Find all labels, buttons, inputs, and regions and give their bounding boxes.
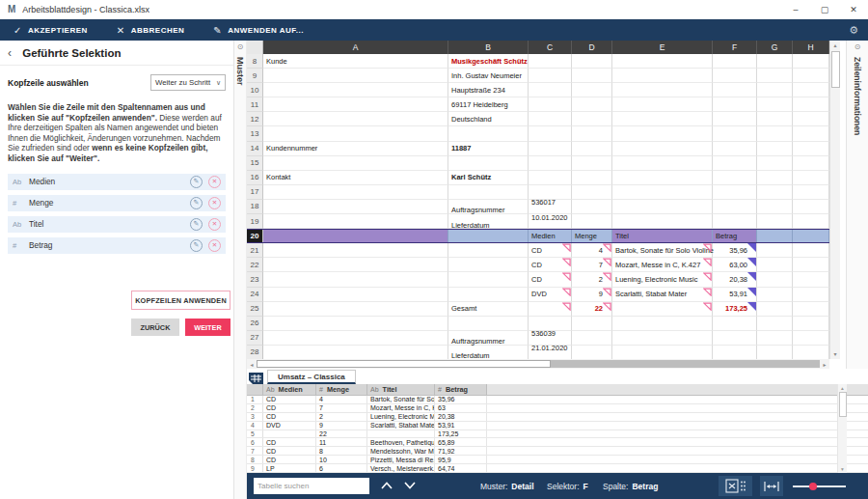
selected-trap-marker-icon[interactable] bbox=[747, 302, 756, 311]
table-row-5[interactable]: 522173,25 bbox=[247, 430, 868, 439]
close-button[interactable]: ✕ bbox=[839, 0, 868, 18]
trap-marker-icon[interactable] bbox=[603, 272, 611, 281]
table-row-7[interactable]: 7CD8Mendelssohn, War M...71,92 bbox=[247, 447, 868, 456]
gear-icon[interactable]: ⚙ bbox=[849, 24, 858, 37]
back-chevron-icon[interactable]: ‹ bbox=[8, 46, 12, 60]
trap-marker-icon[interactable] bbox=[703, 302, 712, 311]
column-header-H[interactable]: H bbox=[793, 41, 829, 54]
column-header-F[interactable]: F bbox=[713, 41, 757, 54]
grid-row-8[interactable]: 8KundeMusikgeschäft Schütz bbox=[247, 54, 829, 69]
table-row-4[interactable]: 4DVD9Scarlatti, Stabat Mater53,91 bbox=[247, 422, 868, 430]
scroll-down-icon[interactable]: ▾ bbox=[841, 465, 844, 473]
table-row-3[interactable]: 3CD2Luening, Electronic M...20,38 bbox=[247, 413, 868, 422]
grid-row-22[interactable]: 22CD7Mozart, Messe in C, K.42763,00 bbox=[247, 258, 829, 272]
selected-trap-marker-icon[interactable] bbox=[747, 288, 756, 296]
maximize-button[interactable]: ▢ bbox=[810, 0, 839, 18]
tab-muster[interactable]: Muster bbox=[235, 57, 245, 86]
row-header-27[interactable]: 27 bbox=[247, 331, 263, 346]
apply-headers-button[interactable]: KOPFZEILEN ANWENDEN bbox=[131, 291, 231, 310]
hscroll-thumb[interactable] bbox=[257, 360, 551, 368]
accept-button[interactable]: ✓ AKZEPTIEREN bbox=[14, 25, 88, 36]
tab-umsatz-classica[interactable]: Umsatz – Classica bbox=[267, 370, 356, 384]
grid-row-19[interactable]: 19Lieferdatum10.01.2020 bbox=[247, 214, 829, 229]
column-header-D[interactable]: D bbox=[572, 41, 612, 54]
selected-trap-marker-icon[interactable] bbox=[747, 272, 756, 281]
row-header-16[interactable]: 16 bbox=[247, 171, 263, 185]
scroll-up-icon[interactable]: ▴ bbox=[833, 41, 836, 50]
row-header-12[interactable]: 12 bbox=[247, 112, 263, 126]
table-vscroll-thumb[interactable] bbox=[839, 392, 847, 417]
zoom-slider-knob[interactable] bbox=[809, 483, 817, 490]
grid-row-23[interactable]: 23CD2Luening, Electronic Music20,38 bbox=[247, 272, 829, 287]
table-row-1[interactable]: 1CD4Bartok, Sonate für So...35,96 bbox=[247, 396, 868, 404]
edit-icon[interactable]: ✎ bbox=[190, 197, 203, 209]
trap-marker-icon[interactable] bbox=[603, 302, 611, 311]
grid-row-25[interactable]: 25Gesamt22173,25 bbox=[247, 302, 829, 317]
step-dropdown[interactable]: Weiter zu Schritt ∨ bbox=[150, 74, 226, 91]
minimize-button[interactable]: – bbox=[781, 0, 810, 18]
row-header-19[interactable]: 19 bbox=[247, 214, 263, 229]
trap-marker-icon[interactable] bbox=[562, 288, 571, 296]
field-item-medien[interactable]: AbMedien✎✕ bbox=[8, 174, 226, 190]
vscroll-thumb[interactable] bbox=[831, 51, 840, 88]
vertical-scrollbar[interactable]: ▴ ▾ bbox=[829, 41, 840, 359]
column-header-G[interactable]: G bbox=[757, 41, 793, 54]
row-header-18[interactable]: 18 bbox=[247, 200, 263, 214]
row-header-21[interactable]: 21 bbox=[247, 243, 263, 258]
row-header-13[interactable]: 13 bbox=[247, 126, 263, 141]
grid-row-15[interactable]: 15 bbox=[247, 156, 829, 171]
field-item-betrag[interactable]: #Betrag✎✕ bbox=[8, 237, 226, 254]
scroll-up-icon[interactable]: ▴ bbox=[841, 384, 844, 392]
row-header-20[interactable]: 20 bbox=[247, 230, 263, 242]
pin-icon[interactable]: ⊙ bbox=[237, 42, 244, 51]
row-header-26[interactable]: 26 bbox=[247, 317, 263, 331]
trap-marker-icon[interactable] bbox=[603, 258, 611, 266]
grid-row-28[interactable]: 28Lieferdatum21.01.2020 bbox=[247, 346, 829, 359]
pin-icon[interactable]: ⊙ bbox=[854, 42, 861, 51]
table-row-2[interactable]: 2CD7Mozart, Messe in C, K...63 bbox=[247, 404, 868, 413]
grid-row-13[interactable]: 13 bbox=[247, 126, 829, 141]
selected-trap-marker-icon[interactable] bbox=[747, 258, 756, 266]
row-header-10[interactable]: 10 bbox=[247, 83, 263, 97]
tab-zeileninformationen[interactable]: Zeileninformationen bbox=[853, 57, 862, 135]
table-vertical-scrollbar[interactable]: ▴ ▾ bbox=[837, 384, 847, 473]
grid-row-16[interactable]: 16KontaktKarl Schütz bbox=[247, 171, 829, 185]
trap-marker-icon[interactable] bbox=[703, 258, 712, 266]
remove-icon[interactable]: ✕ bbox=[208, 239, 221, 252]
trap-marker-icon[interactable] bbox=[562, 243, 571, 252]
zoom-slider[interactable] bbox=[793, 473, 846, 499]
field-item-titel[interactable]: AbTitel✎✕ bbox=[8, 216, 226, 233]
horizontal-scrollbar[interactable]: ◂ ▸ bbox=[247, 359, 829, 369]
trap-marker-icon[interactable] bbox=[703, 272, 712, 281]
trap-marker-icon[interactable] bbox=[603, 243, 611, 252]
column-header-B[interactable]: B bbox=[448, 41, 529, 54]
table-row-9[interactable]: 9LP6Versch., Meisterwerk...64,74 bbox=[247, 464, 868, 473]
grid-row-9[interactable]: 9Inh. Gustav Neumeier bbox=[247, 69, 829, 83]
table-header-medien[interactable]: AbMedien bbox=[263, 384, 316, 395]
edit-icon[interactable]: ✎ bbox=[190, 218, 203, 231]
row-header-22[interactable]: 22 bbox=[247, 258, 263, 272]
grid-row-24[interactable]: 24DVD9Scarlatti, Stabat Mater53,91 bbox=[247, 288, 829, 302]
row-header-24[interactable]: 24 bbox=[247, 288, 263, 302]
row-header-28[interactable]: 28 bbox=[247, 346, 263, 359]
trap-marker-icon[interactable] bbox=[703, 288, 712, 296]
grid-row-20[interactable]: 20MedienMengeTitelBetrag bbox=[247, 229, 829, 243]
table-search-input[interactable] bbox=[254, 482, 367, 490]
back-button[interactable]: ZURÜCK bbox=[131, 319, 179, 336]
export-excel-button[interactable] bbox=[719, 476, 752, 496]
table-header-titel[interactable]: AbTitel bbox=[367, 384, 435, 395]
trap-marker-icon[interactable] bbox=[603, 288, 611, 296]
row-header-17[interactable]: 17 bbox=[247, 185, 263, 200]
cancel-button[interactable]: ✕ ABBRECHEN bbox=[117, 25, 185, 36]
table-header-betrag[interactable]: #Betrag bbox=[435, 384, 487, 395]
column-header-C[interactable]: C bbox=[529, 41, 572, 54]
table-row-8[interactable]: 8CD10Pizzetti, Messa di Re...95,9 bbox=[247, 456, 868, 464]
remove-icon[interactable]: ✕ bbox=[208, 218, 221, 231]
next-button[interactable]: WEITER bbox=[185, 319, 231, 336]
row-header-15[interactable]: 15 bbox=[247, 156, 263, 171]
row-header-9[interactable]: 9 bbox=[247, 69, 263, 83]
row-header-25[interactable]: 25 bbox=[247, 302, 263, 317]
trap-marker-icon[interactable] bbox=[703, 243, 712, 252]
find-previous-button[interactable] bbox=[379, 479, 394, 492]
remove-icon[interactable]: ✕ bbox=[208, 197, 221, 209]
